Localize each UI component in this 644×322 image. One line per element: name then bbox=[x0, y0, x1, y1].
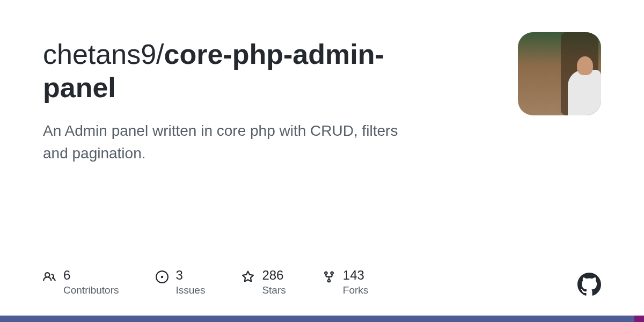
stat-value: 6 bbox=[63, 268, 119, 282]
repo-title[interactable]: chetans9/core-php-admin-panel bbox=[43, 38, 429, 105]
stat-label: Forks bbox=[343, 284, 369, 296]
star-icon bbox=[241, 270, 254, 283]
fork-icon bbox=[323, 270, 335, 283]
stats-row: 6 Contributors 3 Issues 286 Stars bbox=[43, 268, 368, 296]
stat-value: 143 bbox=[343, 268, 369, 282]
slash: / bbox=[156, 39, 164, 70]
owner-name: chetans9 bbox=[43, 39, 156, 70]
stat-value: 3 bbox=[176, 268, 206, 282]
issue-icon bbox=[156, 270, 169, 283]
stat-contributors[interactable]: 6 Contributors bbox=[43, 268, 119, 296]
stat-label: Issues bbox=[176, 284, 206, 296]
stat-label: Stars bbox=[262, 284, 286, 296]
stat-issues[interactable]: 3 Issues bbox=[156, 268, 206, 296]
avatar-placeholder bbox=[577, 56, 593, 75]
github-logo-icon[interactable] bbox=[577, 273, 601, 296]
owner-avatar[interactable] bbox=[518, 32, 601, 115]
stat-forks[interactable]: 143 Forks bbox=[323, 268, 369, 296]
stat-label: Contributors bbox=[63, 284, 119, 296]
stat-value: 286 bbox=[262, 268, 286, 282]
repo-card: chetans9/core-php-admin-panel An Admin p… bbox=[0, 0, 644, 322]
repo-description: An Admin panel written in core php with … bbox=[43, 120, 419, 165]
language-bar bbox=[0, 316, 644, 322]
people-icon bbox=[43, 270, 56, 283]
stat-stars[interactable]: 286 Stars bbox=[241, 268, 286, 296]
